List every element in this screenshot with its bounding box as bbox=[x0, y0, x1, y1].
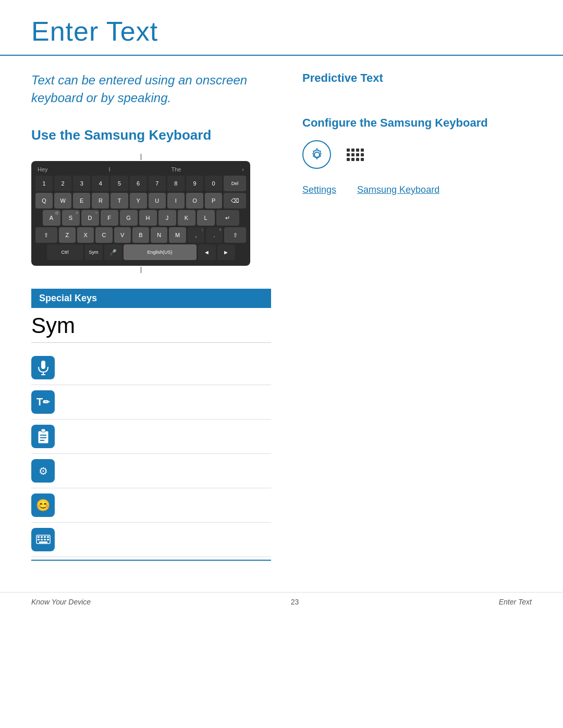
footer-center: 23 bbox=[291, 598, 299, 606]
key-m[interactable]: M bbox=[169, 227, 186, 243]
footer: Know Your Device 23 Enter Text bbox=[0, 592, 563, 611]
key-t[interactable]: T bbox=[111, 193, 128, 208]
clipboard-icon bbox=[31, 425, 55, 448]
suggestion-arrow: › bbox=[242, 166, 244, 172]
mic-icon bbox=[31, 356, 55, 379]
key-p[interactable]: P bbox=[205, 193, 222, 208]
key-j[interactable]: J bbox=[158, 210, 176, 226]
key-backspace[interactable]: ⌫ bbox=[224, 193, 246, 208]
right-column: Predictive Text Configure the Samsung Ke… bbox=[302, 71, 532, 561]
svg-rect-17 bbox=[47, 539, 49, 540]
key-b[interactable]: B bbox=[132, 227, 149, 243]
settings-link[interactable]: Settings bbox=[302, 184, 336, 195]
left-column: Text can be entered using an onscreen ke… bbox=[31, 71, 271, 561]
key-2[interactable]: 2 bbox=[54, 176, 71, 191]
key-shift-left[interactable]: ⇧ bbox=[35, 227, 57, 243]
key-f[interactable]: F bbox=[101, 210, 118, 226]
key-comma[interactable]: !, bbox=[188, 227, 204, 243]
key-q[interactable]: Q bbox=[35, 193, 53, 208]
key-1[interactable]: 1 bbox=[35, 176, 53, 191]
key-s[interactable]: #S bbox=[62, 210, 80, 226]
key-c[interactable]: C bbox=[95, 227, 112, 243]
config-grid-icon bbox=[347, 149, 364, 161]
samsung-keyboard-heading: Use the Samsung Keyboard bbox=[31, 127, 271, 143]
key-e[interactable]: E bbox=[73, 193, 90, 208]
special-keys-section: Special Keys Sym bbox=[31, 289, 271, 557]
key-y[interactable]: Y bbox=[130, 193, 147, 208]
cursor-bottom bbox=[141, 267, 141, 273]
key-9[interactable]: 9 bbox=[186, 176, 203, 191]
settings-gear-icon: ⚙ bbox=[31, 459, 55, 483]
text-edit-icon: T✏ bbox=[31, 390, 55, 414]
key-n[interactable]: N bbox=[151, 227, 167, 243]
key-g[interactable]: G bbox=[120, 210, 138, 226]
keyboard-wrapper: Hey I The › 1 2 3 4 5 6 7 8 bbox=[31, 154, 271, 273]
special-key-mic bbox=[31, 351, 271, 385]
key-v[interactable]: V bbox=[114, 227, 131, 243]
sym-label: Sym bbox=[31, 313, 271, 343]
key-r[interactable]: R bbox=[92, 193, 109, 208]
svg-rect-11 bbox=[41, 536, 43, 538]
key-k[interactable]: K bbox=[178, 210, 195, 226]
key-5[interactable]: 5 bbox=[111, 176, 128, 191]
svg-rect-14 bbox=[38, 539, 40, 540]
key-o[interactable]: O bbox=[186, 193, 203, 208]
key-enter[interactable]: ↵ bbox=[216, 210, 239, 226]
key-del[interactable]: Del bbox=[224, 176, 246, 191]
svg-rect-10 bbox=[38, 536, 40, 538]
key-shift-right[interactable]: ⇧ bbox=[224, 227, 246, 243]
configure-section: Configure the Samsung Keyboard bbox=[302, 116, 532, 195]
key-0[interactable]: 0 bbox=[205, 176, 222, 191]
kb-row-qwerty: Q W E R T Y U I O P ⌫ bbox=[35, 193, 246, 208]
svg-rect-15 bbox=[41, 539, 43, 540]
svg-rect-16 bbox=[44, 539, 46, 540]
intro-text: Text can be entered using an onscreen ke… bbox=[31, 71, 271, 106]
key-z[interactable]: Z bbox=[59, 227, 76, 243]
key-8[interactable]: 8 bbox=[167, 176, 185, 191]
kb-row-zxcv: ⇧ Z X C V B N M !, ?. ⇧ bbox=[35, 227, 246, 243]
page-title: Enter Text bbox=[31, 16, 532, 47]
key-i[interactable]: I bbox=[167, 193, 185, 208]
svg-rect-18 bbox=[39, 541, 47, 543]
kb-row-numbers: 1 2 3 4 5 6 7 8 9 0 Del bbox=[35, 176, 246, 191]
key-h[interactable]: H bbox=[139, 210, 157, 226]
key-w[interactable]: W bbox=[54, 193, 71, 208]
kb-row-bottom: Ctrl Sym 🎤 English(US) ◄ ► bbox=[35, 244, 246, 260]
predictive-text-heading: Predictive Text bbox=[302, 71, 532, 85]
suggestion-i: I bbox=[108, 166, 110, 172]
svg-rect-12 bbox=[44, 536, 46, 538]
footer-left: Know Your Device bbox=[31, 598, 91, 606]
key-x[interactable]: X bbox=[77, 227, 94, 243]
key-period[interactable]: ?. bbox=[206, 227, 223, 243]
special-key-settings: ⚙ bbox=[31, 454, 271, 488]
svg-rect-5 bbox=[41, 429, 45, 432]
key-7[interactable]: 7 bbox=[149, 176, 166, 191]
key-sym[interactable]: Sym bbox=[85, 244, 103, 260]
emoji-icon: 😊 bbox=[31, 493, 55, 517]
svg-rect-13 bbox=[47, 536, 49, 538]
key-4[interactable]: 4 bbox=[92, 176, 109, 191]
cursor-top bbox=[141, 154, 141, 160]
keyboard-icon bbox=[31, 528, 55, 551]
key-space[interactable]: English(US) bbox=[124, 244, 197, 260]
suggestion-the: The bbox=[171, 166, 181, 172]
config-gear-icon bbox=[302, 140, 331, 169]
special-key-keyboard bbox=[31, 523, 271, 557]
key-u[interactable]: U bbox=[149, 193, 166, 208]
key-3[interactable]: 3 bbox=[73, 176, 90, 191]
key-l[interactable]: L bbox=[197, 210, 215, 226]
special-key-emoji: 😊 bbox=[31, 488, 271, 523]
key-mic[interactable]: 🎤 bbox=[104, 244, 122, 260]
key-d[interactable]: +D bbox=[81, 210, 99, 226]
special-key-clipboard bbox=[31, 419, 271, 454]
config-links: Settings Samsung Keyboard bbox=[302, 184, 532, 195]
key-left[interactable]: ◄ bbox=[198, 244, 216, 260]
key-ctrl[interactable]: Ctrl bbox=[47, 244, 83, 260]
kb-row-asdf: @A #S +D F G H J K L ↵ bbox=[35, 210, 246, 226]
key-a[interactable]: @A bbox=[43, 210, 60, 226]
footer-right: Enter Text bbox=[499, 598, 532, 606]
key-6[interactable]: 6 bbox=[130, 176, 147, 191]
key-right[interactable]: ► bbox=[217, 244, 235, 260]
samsung-keyboard-link[interactable]: Samsung Keyboard bbox=[357, 184, 439, 195]
svg-rect-0 bbox=[41, 361, 45, 369]
